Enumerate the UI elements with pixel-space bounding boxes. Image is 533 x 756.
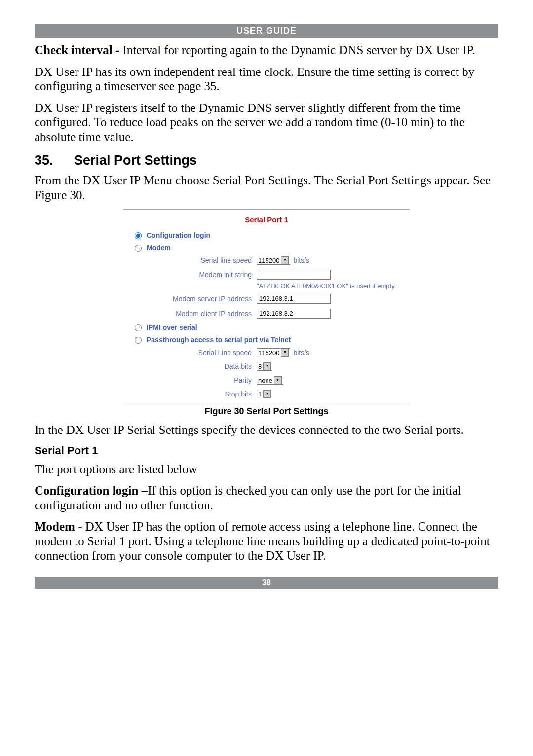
panel-title: Serial Port 1 bbox=[123, 213, 410, 229]
text-modem-desc: - DX User IP has the option of remote ac… bbox=[35, 520, 490, 562]
option-modem[interactable]: Modem bbox=[123, 241, 410, 253]
value-serial-speed-1: 115200 bbox=[258, 257, 279, 264]
select-stop-bits[interactable]: 1 ▾ bbox=[257, 390, 272, 398]
label-stop-bits: Stop bits bbox=[123, 390, 257, 398]
label-data-bits: Data bits bbox=[123, 362, 257, 370]
value-stop-bits: 1 bbox=[258, 391, 262, 398]
label-modem-client-ip: Modem client IP address bbox=[123, 310, 257, 318]
input-modem-init[interactable] bbox=[257, 270, 331, 280]
chevron-down-icon: ▾ bbox=[263, 390, 271, 398]
footer-page-number: 38 bbox=[35, 577, 498, 589]
paragraph-check-interval: Check interval - Interval for reporting … bbox=[35, 43, 498, 58]
paragraph-clock: DX User IP has its own independent real … bbox=[35, 65, 498, 94]
paragraph-specify: In the DX User IP Serial Settings specif… bbox=[35, 423, 498, 437]
option-ipmi[interactable]: IPMI over serial bbox=[123, 321, 410, 333]
unit-bits: bits/s bbox=[293, 256, 309, 264]
chevron-down-icon: ▾ bbox=[281, 256, 289, 264]
header-bar: USER GUIDE bbox=[35, 24, 498, 38]
chevron-down-icon: ▾ bbox=[263, 362, 271, 370]
value-data-bits: 8 bbox=[258, 363, 262, 370]
paragraph-config-login: Configuration login –If this option is c… bbox=[35, 483, 498, 512]
paragraph-options-intro: The port options are listed below bbox=[35, 462, 498, 477]
value-serial-speed-2: 115200 bbox=[258, 349, 279, 357]
label-modem-desc: Modem bbox=[35, 520, 75, 533]
label-modem-init: Modem init string bbox=[123, 271, 257, 279]
chevron-down-icon: ▾ bbox=[281, 349, 289, 357]
label-passthrough: Passthrough access to serial port via Te… bbox=[147, 336, 291, 344]
hint-modem-init: "ATZH0 OK ATL0M0&K3X1 OK" is used if emp… bbox=[123, 282, 410, 291]
label-serial-line-speed-1: Serial line speed bbox=[123, 256, 257, 264]
paragraph-modem: Modem - DX User IP has the option of rem… bbox=[35, 519, 498, 563]
option-config-login[interactable]: Configuration login bbox=[123, 229, 410, 241]
label-check-interval: Check interval - bbox=[35, 43, 119, 57]
chevron-down-icon: ▾ bbox=[274, 376, 282, 384]
radio-modem[interactable] bbox=[135, 245, 142, 252]
section-number: 35. bbox=[35, 153, 74, 168]
serial-port-panel: Serial Port 1 Configuration login Modem … bbox=[123, 209, 410, 404]
select-serial-speed-1[interactable]: 115200 ▾ bbox=[257, 256, 290, 265]
radio-ipmi[interactable] bbox=[135, 324, 142, 331]
label-config-login-desc: Configuration login bbox=[35, 484, 138, 497]
unit-bits-2: bits/s bbox=[293, 349, 309, 357]
text-check-interval: Interval for reporting again to the Dyna… bbox=[119, 43, 475, 57]
option-passthrough[interactable]: Passthrough access to serial port via Te… bbox=[123, 333, 410, 346]
label-config-login: Configuration login bbox=[147, 231, 210, 239]
label-serial-line-speed-2: Serial Line speed bbox=[123, 349, 257, 357]
paragraph-intro: From the DX User IP Menu choose Serial P… bbox=[35, 173, 498, 202]
select-data-bits[interactable]: 8 ▾ bbox=[257, 362, 272, 371]
radio-passthrough[interactable] bbox=[135, 337, 142, 344]
value-parity: none bbox=[258, 377, 272, 384]
sub-heading-serial-port-1: Serial Port 1 bbox=[35, 444, 498, 457]
label-modem: Modem bbox=[147, 244, 171, 252]
section-title: Serial Port Settings bbox=[74, 153, 197, 168]
select-serial-speed-2[interactable]: 115200 ▾ bbox=[257, 348, 290, 357]
paragraph-dns-register: DX User IP registers itself to the Dynam… bbox=[35, 101, 498, 144]
label-parity: Parity bbox=[123, 376, 257, 384]
section-heading: 35.Serial Port Settings bbox=[35, 153, 498, 168]
input-modem-server-ip[interactable]: 192.168.3.1 bbox=[257, 294, 331, 304]
select-parity[interactable]: none ▾ bbox=[257, 376, 283, 385]
figure-caption: Figure 30 Serial Port Settings bbox=[35, 406, 498, 417]
figure-wrapper: Serial Port 1 Configuration login Modem … bbox=[35, 209, 498, 404]
radio-config-login[interactable] bbox=[135, 232, 142, 239]
input-modem-client-ip[interactable]: 192.168.3.2 bbox=[257, 309, 331, 319]
label-ipmi: IPMI over serial bbox=[147, 324, 197, 331]
label-modem-server-ip: Modem server IP address bbox=[123, 295, 257, 303]
